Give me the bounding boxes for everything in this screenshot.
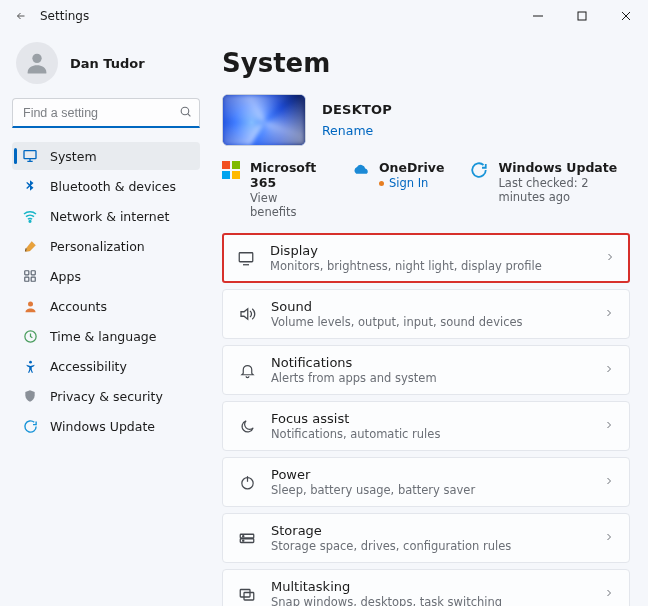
power-icon — [237, 472, 257, 492]
search-input[interactable] — [12, 98, 200, 128]
svg-point-16 — [243, 536, 244, 537]
window-title: Settings — [40, 9, 89, 23]
device-header: DESKTOP Rename — [222, 94, 630, 146]
card-title: Power — [271, 467, 589, 482]
wifi-icon — [22, 208, 38, 224]
quick-sub: Last checked: 2 minutes ago — [498, 176, 630, 204]
nav-label: Network & internet — [50, 209, 169, 224]
nav-privacy[interactable]: Privacy & security — [12, 382, 200, 410]
nav-personalization[interactable]: Personalization — [12, 232, 200, 260]
account-icon — [22, 298, 38, 314]
titlebar: Settings — [0, 0, 648, 32]
back-button[interactable] — [14, 9, 28, 23]
clock-globe-icon — [22, 328, 38, 344]
card-title: Multitasking — [271, 579, 589, 594]
card-title: Notifications — [271, 355, 589, 370]
nav-list: System Bluetooth & devices Network & int… — [12, 142, 200, 440]
svg-point-11 — [29, 360, 32, 363]
card-multitasking[interactable]: Multitasking Snap windows, desktops, tas… — [222, 569, 630, 606]
svg-point-1 — [32, 54, 41, 63]
avatar — [16, 42, 58, 84]
sound-icon — [237, 304, 257, 324]
svg-point-2 — [181, 107, 189, 115]
quick-title: OneDrive — [379, 160, 444, 175]
card-power[interactable]: Power Sleep, battery usage, battery save… — [222, 457, 630, 507]
storage-icon — [237, 528, 257, 548]
quick-title: Microsoft 365 — [250, 160, 325, 190]
quick-m365[interactable]: Microsoft 365 View benefits — [222, 160, 325, 219]
nav-accounts[interactable]: Accounts — [12, 292, 200, 320]
apps-icon — [22, 268, 38, 284]
profile-block[interactable]: Dan Tudor — [12, 40, 200, 98]
card-notifications[interactable]: Notifications Alerts from apps and syste… — [222, 345, 630, 395]
maximize-button[interactable] — [560, 2, 604, 30]
card-sub: Storage space, drives, configuration rul… — [271, 539, 589, 553]
quick-title: Windows Update — [498, 160, 630, 175]
nav-time-language[interactable]: Time & language — [12, 322, 200, 350]
quick-windows-update[interactable]: Windows Update Last checked: 2 minutes a… — [470, 160, 630, 219]
card-title: Storage — [271, 523, 589, 538]
svg-rect-7 — [25, 277, 29, 281]
svg-rect-3 — [24, 151, 36, 159]
multitasking-icon — [237, 584, 257, 604]
card-sub: Notifications, automatic rules — [271, 427, 589, 441]
nav-bluetooth[interactable]: Bluetooth & devices — [12, 172, 200, 200]
nav-network[interactable]: Network & internet — [12, 202, 200, 230]
card-focus-assist[interactable]: Focus assist Notifications, automatic ru… — [222, 401, 630, 451]
device-wallpaper-thumb[interactable] — [222, 94, 306, 146]
profile-name: Dan Tudor — [70, 56, 145, 71]
card-sub: Sleep, battery usage, battery saver — [271, 483, 589, 497]
display-icon — [236, 248, 256, 268]
card-sub: Volume levels, output, input, sound devi… — [271, 315, 589, 329]
quick-onedrive[interactable]: OneDrive Sign In — [351, 160, 444, 219]
device-name: DESKTOP — [322, 102, 392, 117]
quick-sub: View benefits — [250, 191, 325, 219]
nav-apps[interactable]: Apps — [12, 262, 200, 290]
chevron-right-icon — [603, 587, 615, 602]
chevron-right-icon — [603, 363, 615, 378]
page-title: System — [222, 48, 630, 78]
card-sub: Snap windows, desktops, task switching — [271, 595, 589, 606]
svg-rect-0 — [578, 12, 586, 20]
nav-accessibility[interactable]: Accessibility — [12, 352, 200, 380]
svg-rect-6 — [31, 271, 35, 275]
nav-system[interactable]: System — [12, 142, 200, 170]
bluetooth-icon — [22, 178, 38, 194]
shield-icon — [22, 388, 38, 404]
card-storage[interactable]: Storage Storage space, drives, configura… — [222, 513, 630, 563]
svg-rect-8 — [31, 277, 35, 281]
nav-label: Accounts — [50, 299, 107, 314]
card-title: Display — [270, 243, 590, 258]
svg-rect-5 — [25, 271, 29, 275]
update-icon — [470, 161, 488, 179]
svg-rect-12 — [239, 253, 253, 262]
chevron-right-icon — [603, 475, 615, 490]
accessibility-icon — [22, 358, 38, 374]
chevron-right-icon — [604, 251, 616, 266]
bell-icon — [237, 360, 257, 380]
search-box[interactable] — [12, 98, 200, 128]
chevron-right-icon — [603, 531, 615, 546]
chevron-right-icon — [603, 419, 615, 434]
close-button[interactable] — [604, 2, 648, 30]
nav-label: Bluetooth & devices — [50, 179, 176, 194]
update-icon — [22, 418, 38, 434]
card-display[interactable]: Display Monitors, brightness, night ligh… — [222, 233, 630, 283]
quick-sub: Sign In — [379, 176, 444, 190]
svg-point-17 — [243, 540, 244, 541]
card-sound[interactable]: Sound Volume levels, output, input, soun… — [222, 289, 630, 339]
minimize-button[interactable] — [516, 2, 560, 30]
content-area: System DESKTOP Rename Microsoft 365 View… — [210, 32, 648, 606]
nav-label: Accessibility — [50, 359, 127, 374]
nav-windows-update[interactable]: Windows Update — [12, 412, 200, 440]
card-sub: Alerts from apps and system — [271, 371, 589, 385]
system-icon — [22, 148, 38, 164]
microsoft-logo-icon — [222, 161, 240, 179]
nav-label: Privacy & security — [50, 389, 163, 404]
quick-links: Microsoft 365 View benefits OneDrive Sig… — [222, 160, 630, 219]
rename-link[interactable]: Rename — [322, 123, 373, 138]
svg-point-9 — [28, 301, 33, 306]
nav-label: Personalization — [50, 239, 145, 254]
card-title: Focus assist — [271, 411, 589, 426]
card-title: Sound — [271, 299, 589, 314]
